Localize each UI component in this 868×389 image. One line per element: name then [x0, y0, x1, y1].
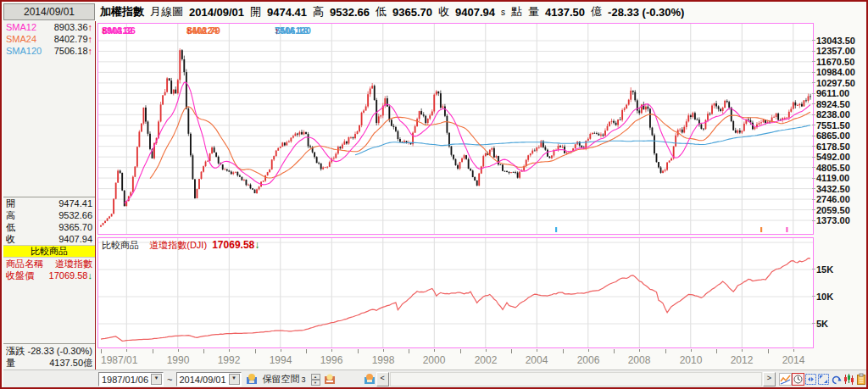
- undo-icon[interactable]: [830, 373, 843, 386]
- x-axis-label: 2012: [731, 354, 754, 366]
- close-label: 收: [438, 4, 449, 19]
- scroll-right-button[interactable]: >: [763, 372, 776, 386]
- sma12-label: SMA12: [6, 21, 36, 33]
- y-axis-tick: [812, 51, 815, 52]
- x-axis-label: 2008: [628, 354, 651, 366]
- y-axis-tick: [812, 296, 815, 297]
- high-label: 高: [313, 4, 324, 19]
- clock-icon[interactable]: [792, 373, 804, 386]
- status-bar: 1987/01/06▼ ~ 2014/09/01▼ 保留空間 3 ▲▼ < >: [3, 370, 868, 388]
- y-axis-tick: [812, 114, 815, 115]
- up-arrow-icon: ↑: [275, 25, 280, 36]
- x-axis-tick: [716, 349, 717, 353]
- range-end-combobox[interactable]: 2014/09/01▼: [176, 372, 242, 386]
- dji-line-chart[interactable]: [98, 238, 813, 347]
- mascot-icon-3[interactable]: [364, 373, 376, 386]
- compare-instrument: 道瓊指數(DJI): [149, 240, 207, 250]
- x-axis-label: 1996: [320, 354, 343, 366]
- sma24-label: SMA24: [6, 33, 36, 45]
- scrollbar-track[interactable]: [390, 372, 762, 386]
- y-axis-label: 3432.50: [816, 184, 850, 194]
- y-axis-label: 7551.50: [816, 120, 850, 131]
- y-axis-tick: [812, 146, 815, 147]
- x-axis-tick: [460, 349, 461, 353]
- instrument-name: 加權指數: [100, 4, 144, 19]
- trend-icon[interactable]: [779, 373, 792, 386]
- compare-name: 道瓊指數: [55, 258, 92, 270]
- volume-unit: 億: [591, 4, 602, 19]
- y-axis-label: 4805.50: [816, 163, 850, 173]
- high-row: 高9532.66: [3, 209, 95, 221]
- sma24-row: SMA24 8402.79↑: [3, 33, 95, 45]
- x-axis-tick: [229, 349, 230, 352]
- y-axis-label: 2746.00: [816, 194, 850, 204]
- current-date-box[interactable]: 2014/09/01: [3, 3, 95, 20]
- combo-drop-icon[interactable]: ▼: [151, 374, 162, 385]
- range-start-combobox[interactable]: 1987/01/06▼: [98, 372, 164, 386]
- mascot-icon-2[interactable]: [324, 373, 337, 386]
- y-axis-label: 6865.00: [816, 131, 850, 141]
- x-axis-tick: [665, 349, 666, 353]
- x-axis: 1987/01199019921994199619982000200220042…: [2, 349, 868, 370]
- y-axis-tick: [812, 136, 815, 136]
- fit-width-icon[interactable]: [804, 373, 817, 386]
- sma120-label: SMA120: [6, 45, 42, 57]
- sma12-row: SMA12 8903.36↑: [3, 21, 95, 33]
- compare-price: 17069.58: [49, 270, 88, 281]
- clipboard-icon[interactable]: [855, 373, 868, 386]
- change-value: -28.33 (-0.30%): [608, 6, 684, 19]
- x-axis-label: 2006: [577, 354, 600, 366]
- settle-flag: s: [501, 8, 505, 17]
- up-arrow-icon: ↑: [102, 25, 107, 36]
- y-axis-tick: [812, 220, 815, 221]
- x-axis-tick: [101, 349, 102, 353]
- y-axis-tick: [812, 178, 815, 179]
- volume-value: 4137.50: [545, 6, 585, 19]
- up-arrow-icon: ↑: [186, 25, 192, 36]
- trading-app-window: 2014/09/01 加權指數 月線圖 2014/09/01 開 9474.41…: [0, 0, 868, 389]
- y-axis-label: 1373.00: [816, 215, 850, 225]
- x-axis-label: 2014: [782, 354, 805, 366]
- mascot-icon[interactable]: [246, 373, 259, 386]
- y-axis-tick: [812, 157, 815, 158]
- y-axis-label: 2059.50: [816, 205, 850, 215]
- compare-last-value: 17069.58: [212, 239, 254, 251]
- y-axis-label: 8924.50: [816, 99, 850, 109]
- x-axis-tick: [793, 349, 794, 352]
- x-axis-tick: [742, 349, 743, 352]
- x-axis-tick: [434, 349, 435, 352]
- reserve-spinner[interactable]: ▲▼: [311, 374, 320, 386]
- fit-screen-icon[interactable]: [817, 373, 830, 386]
- y-axis-tick: [812, 40, 815, 41]
- candlestick-chart[interactable]: [98, 24, 813, 234]
- open-label: 開: [250, 4, 261, 19]
- high-value: 9532.66: [330, 6, 370, 19]
- low-label: 低: [376, 4, 387, 19]
- x-axis-tick: [306, 349, 307, 353]
- y-axis-label: 10K: [816, 292, 833, 302]
- sma-legend: SMA12 8903.36↑ SMA24 8402.79↑ SMA120 750…: [98, 24, 813, 37]
- combo-drop-icon[interactable]: ▼: [229, 374, 240, 385]
- sma12-value: 8903.36↑: [54, 21, 92, 33]
- x-axis-tick: [178, 349, 179, 352]
- low-value: 9365.70: [392, 6, 432, 19]
- x-axis-label: 2002: [475, 354, 498, 366]
- scroll-left-button[interactable]: <: [376, 372, 389, 386]
- x-axis-label: 2010: [680, 354, 703, 366]
- sma24-value: 8402.79↑: [54, 33, 92, 45]
- x-axis-tick: [153, 349, 153, 353]
- up-arrow-icon: ↑: [88, 22, 93, 32]
- y-axis-label: 5492.00: [816, 152, 850, 162]
- x-axis-tick: [255, 349, 256, 353]
- period-label[interactable]: 月線圖: [150, 4, 183, 19]
- candle-chart-icon[interactable]: [843, 373, 855, 386]
- x-axis-label: 2004: [526, 354, 548, 366]
- x-axis-label: 1987/01: [101, 354, 137, 366]
- x-axis-tick: [614, 349, 615, 353]
- compare-section-header[interactable]: 比較商品: [3, 245, 95, 258]
- x-axis-tick: [768, 349, 769, 353]
- y-axis-label: 9611.00: [816, 88, 849, 98]
- x-axis-label: 1998: [372, 354, 395, 366]
- y-axis-tick: [812, 103, 815, 104]
- x-axis-tick: [563, 349, 564, 353]
